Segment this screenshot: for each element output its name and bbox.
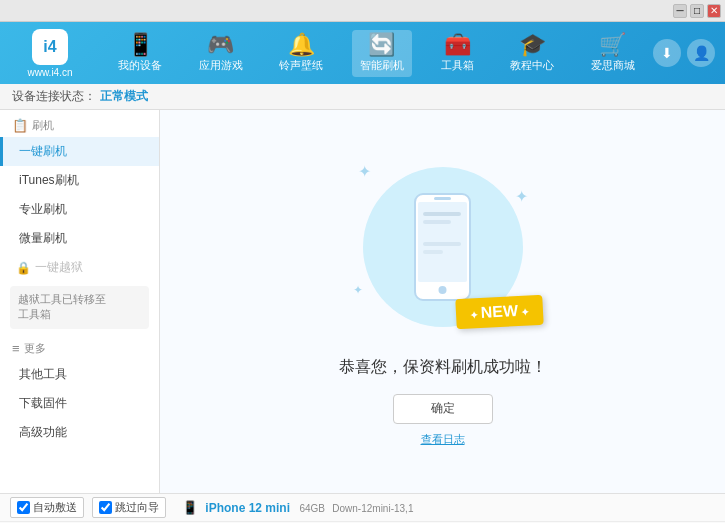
- nav-apps-label: 应用游戏: [199, 58, 243, 73]
- header-right: ⬇ 👤: [653, 39, 715, 67]
- svg-rect-7: [423, 250, 443, 254]
- main-layout: 📋 刷机 一键刷机 iTunes刷机 专业刷机 微量刷机 🔒 一键越狱 越狱工具…: [0, 110, 725, 493]
- skip-wizard-label: 跳过向导: [115, 500, 159, 515]
- svg-rect-5: [423, 220, 451, 224]
- apps-icon: 🎮: [207, 34, 234, 56]
- nav-smart-flash-label: 智能刷机: [360, 58, 404, 73]
- status-bar: 设备连接状态： 正常模式: [0, 84, 725, 110]
- sidebar-section-more: ≡ 更多: [0, 333, 159, 360]
- smart-flash-icon: 🔄: [368, 34, 395, 56]
- nav-shop-label: 爱思商城: [591, 58, 635, 73]
- auto-send-checkbox[interactable]: [17, 501, 30, 514]
- auto-send-label: 自动敷送: [33, 500, 77, 515]
- sidebar-section-flash: 📋 刷机: [0, 110, 159, 137]
- sidebar-item-advanced[interactable]: 高级功能: [0, 418, 159, 447]
- bottom-area: 自动敷送 跳过向导 📱 iPhone 12 mini 64GB Down-12m…: [0, 493, 725, 523]
- nav-my-device[interactable]: 📱 我的设备: [110, 30, 170, 77]
- sparkle-1: ✦: [358, 162, 371, 181]
- nav-toolbox[interactable]: 🧰 工具箱: [433, 30, 482, 77]
- sidebar-item-download-firmware[interactable]: 下载固件: [0, 389, 159, 418]
- nav-tutorial-label: 教程中心: [510, 58, 554, 73]
- bottom-toolbar: 自动敷送 跳过向导 📱 iPhone 12 mini 64GB Down-12m…: [0, 494, 725, 522]
- nav-shop[interactable]: 🛒 爱思商城: [583, 30, 643, 77]
- title-bar: ─ □ ✕: [0, 0, 725, 22]
- sidebar-item-itunes-flash[interactable]: iTunes刷机: [0, 166, 159, 195]
- shop-icon: 🛒: [599, 34, 626, 56]
- header: i4 www.i4.cn 📱 我的设备 🎮 应用游戏 🔔 铃声壁纸 🔄 智能刷机…: [0, 22, 725, 84]
- logo-text: www.i4.cn: [27, 67, 72, 78]
- phone-icon: 📱: [182, 500, 198, 515]
- nav-ringtones-label: 铃声壁纸: [279, 58, 323, 73]
- sidebar-section-jailbreak: 🔒 一键越狱: [0, 253, 159, 282]
- close-button[interactable]: ✕: [707, 4, 721, 18]
- my-device-icon: 📱: [127, 34, 154, 56]
- sparkle-3: ✦: [353, 283, 363, 297]
- phone-svg: [410, 192, 475, 302]
- lock-icon: 🔒: [16, 261, 31, 275]
- flash-section-icon: 📋: [12, 118, 28, 133]
- svg-rect-3: [434, 197, 451, 200]
- toolbox-icon: 🧰: [444, 34, 471, 56]
- logo[interactable]: i4 www.i4.cn: [10, 29, 90, 78]
- new-badge: NEW: [455, 294, 543, 329]
- tutorial-icon: 🎓: [519, 34, 546, 56]
- download-button[interactable]: ⬇: [653, 39, 681, 67]
- device-model: Down-12mini-13,1: [332, 503, 413, 514]
- success-illustration: ✦ ✦ ✦ NEW: [353, 157, 533, 337]
- sidebar-item-micro-flash[interactable]: 微量刷机: [0, 224, 159, 253]
- content-area: ✦ ✦ ✦ NEW 恭喜您，保资料刷机成功啦！ 确定 查看日志: [160, 110, 725, 493]
- logo-icon: i4: [32, 29, 68, 65]
- flash-section-label: 刷机: [32, 118, 54, 133]
- jailbreak-note: 越狱工具已转移至工具箱: [10, 286, 149, 329]
- ringtones-icon: 🔔: [288, 34, 315, 56]
- success-title: 恭喜您，保资料刷机成功啦！: [339, 357, 547, 378]
- device-info-section: 📱 iPhone 12 mini 64GB Down-12mini-13,1: [182, 500, 413, 515]
- nav-toolbox-label: 工具箱: [441, 58, 474, 73]
- confirm-button[interactable]: 确定: [393, 394, 493, 424]
- svg-rect-6: [423, 242, 461, 246]
- nav-apps[interactable]: 🎮 应用游戏: [191, 30, 251, 77]
- skip-wizard-checkbox-label[interactable]: 跳过向导: [92, 497, 166, 518]
- jailbreak-label: 一键越狱: [35, 259, 83, 276]
- maximize-button[interactable]: □: [690, 4, 704, 18]
- nav-ringtones[interactable]: 🔔 铃声壁纸: [271, 30, 331, 77]
- skip-wizard-checkbox[interactable]: [99, 501, 112, 514]
- sidebar-item-one-click-flash[interactable]: 一键刷机: [0, 137, 159, 166]
- nav-my-device-label: 我的设备: [118, 58, 162, 73]
- svg-rect-4: [423, 212, 461, 216]
- minimize-button[interactable]: ─: [673, 4, 687, 18]
- sidebar-item-pro-flash[interactable]: 专业刷机: [0, 195, 159, 224]
- device-name: iPhone 12 mini: [205, 501, 290, 515]
- svg-point-2: [439, 286, 447, 294]
- device-storage: 64GB: [299, 503, 325, 514]
- auto-send-checkbox-label[interactable]: 自动敷送: [10, 497, 84, 518]
- status-value: 正常模式: [100, 88, 148, 105]
- sparkle-2: ✦: [515, 187, 528, 206]
- sidebar-item-other-tools[interactable]: 其他工具: [0, 360, 159, 389]
- status-label: 设备连接状态：: [12, 88, 96, 105]
- review-log-link[interactable]: 查看日志: [421, 432, 465, 447]
- nav-tutorial[interactable]: 🎓 教程中心: [502, 30, 562, 77]
- sidebar: 📋 刷机 一键刷机 iTunes刷机 专业刷机 微量刷机 🔒 一键越狱 越狱工具…: [0, 110, 160, 493]
- more-section-icon: ≡: [12, 341, 20, 356]
- nav-smart-flash[interactable]: 🔄 智能刷机: [352, 30, 412, 77]
- user-button[interactable]: 👤: [687, 39, 715, 67]
- more-section-label: 更多: [24, 341, 46, 356]
- nav-items: 📱 我的设备 🎮 应用游戏 🔔 铃声壁纸 🔄 智能刷机 🧰 工具箱 🎓 教程中心…: [100, 30, 653, 77]
